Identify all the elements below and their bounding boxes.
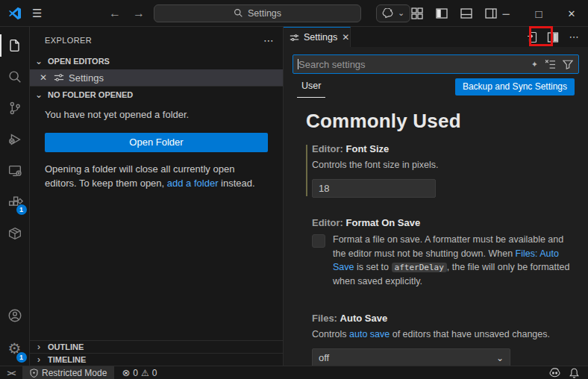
no-folder-hint: Opening a folder will close all currentl…	[30, 155, 283, 198]
editor-tabbar: Settings ✕ ⋯	[284, 27, 588, 47]
problems-indicator[interactable]: ⊗ 0 ⚠ 0	[114, 367, 157, 378]
open-editor-item-settings[interactable]: ✕ Settings	[30, 69, 283, 86]
format-on-save-checkbox[interactable]	[312, 234, 325, 248]
open-settings-json-icon[interactable]	[524, 29, 540, 46]
vscode-logo-icon	[8, 7, 22, 20]
chevron-down-icon: ⌄	[398, 8, 404, 18]
sidebar-title: EXPLORER	[45, 36, 92, 45]
accounts-icon[interactable]	[0, 300, 30, 331]
toggle-primary-sidebar-icon[interactable]	[434, 5, 450, 22]
no-folder-opened-header[interactable]: ⌄ NO FOLDER OPENED	[30, 86, 283, 102]
setting-name: Font Size	[346, 143, 390, 154]
forward-icon[interactable]: →	[130, 7, 148, 20]
setting-description: Controls the font size in pixels.	[312, 158, 575, 172]
outline-section-header[interactable]: › OUTLINE	[30, 340, 283, 353]
hint-text-after: instead.	[218, 178, 254, 189]
run-debug-icon[interactable]	[0, 124, 30, 155]
copilot-status-icon[interactable]	[549, 368, 560, 378]
setting-name: Format On Save	[346, 217, 421, 228]
tab-user[interactable]: User	[297, 76, 325, 98]
chevron-right-icon: ›	[33, 354, 45, 365]
command-center-search[interactable]: Settings	[154, 4, 361, 22]
desc-text: is set to	[354, 262, 392, 272]
vscode-window: ☰ ← → Settings ⌄	[0, 0, 588, 379]
warning-count: 0	[152, 368, 157, 378]
explorer-more-actions-icon[interactable]: ⋯	[263, 34, 274, 46]
maximize-button[interactable]: □	[522, 0, 555, 27]
tab-settings[interactable]: Settings ✕	[284, 27, 351, 47]
settings-editor-icon	[290, 33, 299, 43]
auto-save-select[interactable]: off ⌄	[312, 348, 510, 366]
copilot-icon	[382, 8, 394, 19]
commonly-used-heading: Commonly Used	[306, 110, 579, 133]
explorer-sidebar: EXPLORER ⋯ ⌄ OPEN EDITORS ✕ Settings ⌄ N…	[30, 27, 284, 366]
close-window-button[interactable]: ✕	[555, 0, 588, 27]
split-editor-icon[interactable]	[545, 29, 561, 46]
search-icon	[234, 8, 243, 18]
copilot-menu-button[interactable]: ⌄	[376, 4, 410, 22]
chevron-down-icon: ⌄	[33, 56, 45, 66]
text-caret	[298, 59, 298, 69]
toggle-panel-icon[interactable]	[458, 5, 475, 22]
outline-label: OUTLINE	[48, 342, 84, 351]
chevron-down-icon: ⌄	[33, 90, 45, 100]
back-icon[interactable]: ←	[106, 7, 124, 20]
explorer-icon[interactable]	[0, 30, 30, 61]
setting-description: Controls auto save of editors that have …	[312, 328, 575, 342]
minimize-button[interactable]: ─	[490, 0, 522, 27]
settings-list: Commonly Used Editor: Font Size Controls…	[293, 99, 579, 366]
command-center-label: Settings	[248, 8, 281, 19]
warning-icon: ⚠	[141, 368, 149, 378]
extensions-badge: 1	[16, 204, 27, 215]
font-size-input[interactable]: 18	[312, 179, 436, 198]
filter-icon[interactable]	[563, 60, 573, 69]
customize-layout-icon[interactable]	[409, 5, 425, 22]
select-value: off	[319, 352, 329, 363]
after-delay-code: afterDelay	[392, 263, 447, 272]
timeline-section-header[interactable]: › TIMELINE	[30, 353, 283, 366]
restricted-mode-button[interactable]: Restricted Mode	[22, 366, 114, 379]
error-icon: ⊗	[122, 367, 130, 378]
desc-text: Controls	[312, 329, 349, 339]
setting-editor-format-on-save: Editor: Format On Save Format a file on …	[306, 217, 575, 289]
ai-search-icon[interactable]: ✦	[531, 60, 538, 69]
menu-icon[interactable]: ☰	[32, 7, 42, 20]
settings-editor: ✦ User Backup and Sync Settings Commonl	[284, 47, 588, 366]
setting-category: Files:	[312, 313, 337, 324]
status-bar: >< Restricted Mode ⊗ 0 ⚠ 0	[0, 366, 588, 379]
backup-sync-settings-button[interactable]: Backup and Sync Settings	[455, 78, 575, 95]
open-editors-header[interactable]: ⌄ OPEN EDITORS	[30, 53, 283, 69]
activity-bar: 1 ⚙ 1	[0, 27, 30, 366]
editor-group: Settings ✕ ⋯	[284, 27, 588, 366]
restricted-mode-label: Restricted Mode	[42, 368, 107, 378]
setting-name: Auto Save	[340, 313, 388, 324]
source-control-icon[interactable]	[0, 93, 30, 124]
add-folder-link[interactable]: add a folder	[167, 178, 219, 189]
open-folder-button[interactable]: Open Folder	[45, 133, 268, 152]
tab-close-icon[interactable]: ✕	[342, 32, 349, 43]
search-sidebar-icon[interactable]	[0, 61, 30, 93]
error-count: 0	[133, 368, 138, 378]
settings-editor-icon	[54, 72, 64, 83]
settings-gear-icon[interactable]: ⚙ 1	[0, 331, 30, 366]
setting-description: Format a file on save. A formatter must …	[333, 233, 575, 289]
remote-explorer-icon[interactable]	[0, 155, 30, 187]
setting-files-auto-save: Files: Auto Save Controls auto save of e…	[306, 313, 575, 366]
clear-search-icon[interactable]	[545, 60, 556, 69]
package-explorer-icon[interactable]	[0, 218, 30, 249]
extensions-icon[interactable]: 1	[0, 187, 30, 218]
chevron-down-icon: ⌄	[496, 353, 504, 363]
notifications-bell-icon[interactable]	[569, 368, 579, 378]
auto-save-link[interactable]: auto save	[349, 329, 390, 339]
more-actions-icon[interactable]: ⋯	[566, 29, 582, 46]
setting-editor-font-size: Editor: Font Size Controls the font size…	[306, 143, 575, 198]
setting-category: Editor:	[312, 217, 343, 228]
chevron-right-icon: ›	[33, 342, 45, 352]
open-editors-label: OPEN EDITORS	[48, 57, 110, 66]
close-editor-icon[interactable]: ✕	[37, 72, 49, 83]
open-editor-label: Settings	[69, 72, 104, 84]
remote-indicator-icon[interactable]: ><	[0, 369, 22, 378]
settings-badge: 1	[16, 352, 27, 363]
timeline-label: TIMELINE	[48, 355, 86, 364]
no-folder-opened-label: NO FOLDER OPENED	[48, 90, 133, 99]
